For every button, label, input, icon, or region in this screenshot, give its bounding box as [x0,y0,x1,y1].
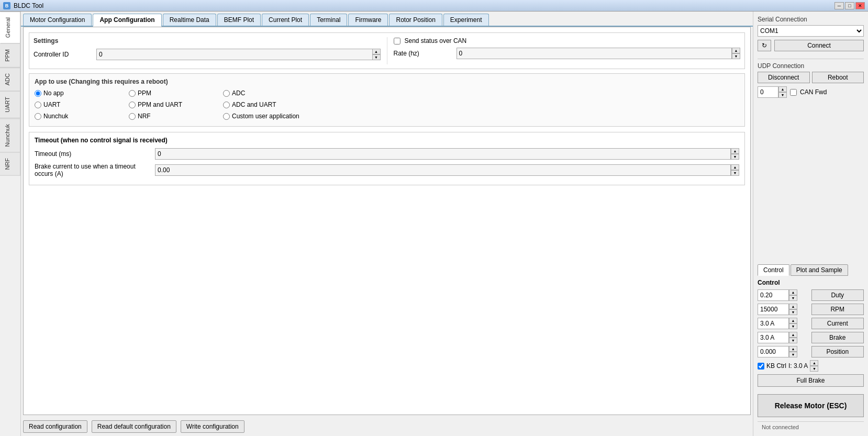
sidebar-item-adc[interactable]: ADC [0,68,20,91]
timeout-ms-down[interactable]: ▼ [731,154,739,160]
position-spinbox-btns[interactable]: ▲ ▼ [789,346,797,357]
tab-control[interactable]: Control [758,264,789,276]
controller-id-down[interactable]: ▼ [372,54,381,60]
rpm-spinbox[interactable]: ▲ ▼ [758,304,809,315]
radio-ppm-input[interactable] [129,90,136,97]
write-config-button[interactable]: Write configuration [181,420,244,433]
brake-current-spinbox-btns[interactable]: ▲ ▼ [731,164,739,176]
rate-down[interactable]: ▼ [732,53,740,59]
tab-bemf-plot[interactable]: BEMF Plot [217,14,261,26]
rpm-button[interactable]: RPM [811,304,864,315]
position-down[interactable]: ▼ [789,352,797,357]
position-up[interactable]: ▲ [789,346,797,352]
refresh-button[interactable]: ↻ [758,40,771,51]
can-fwd-up[interactable]: ▲ [778,86,787,92]
current-button[interactable]: Current [811,318,864,329]
full-brake-button[interactable]: Full Brake [758,374,864,387]
duty-spinbox-btns[interactable]: ▲ ▼ [789,289,797,301]
timeout-ms-spinbox-btns[interactable]: ▲ ▼ [731,148,739,160]
close-button[interactable]: ✕ [855,2,865,9]
rpm-spinbox-btns[interactable]: ▲ ▼ [789,304,797,315]
tab-plot-sample[interactable]: Plot and Sample [791,264,848,276]
controller-id-input[interactable] [96,49,372,60]
read-default-config-button[interactable]: Read default configuration [92,420,176,433]
radio-nunchuk-input[interactable] [35,113,41,120]
current-input[interactable] [758,318,789,329]
position-input[interactable] [758,346,789,357]
brake-current-down[interactable]: ▼ [731,170,739,176]
tab-firmware[interactable]: Firmware [348,14,388,26]
radio-nrf-input[interactable] [129,113,136,120]
sidebar-item-ppm[interactable]: PPM [0,43,20,68]
tab-motor-configuration[interactable]: Motor Configuration [23,14,92,26]
radio-no-app-input[interactable] [35,90,41,97]
radio-adc-input[interactable] [223,90,230,97]
timeout-ms-input[interactable] [155,148,731,160]
rpm-up[interactable]: ▲ [789,304,797,309]
send-status-can-checkbox[interactable] [394,38,400,44]
timeout-ms-spinbox[interactable]: ▲ ▼ [155,148,739,160]
sidebar-item-uart[interactable]: UART [0,91,20,118]
brake-spinbox[interactable]: ▲ ▼ [758,332,809,343]
connect-button[interactable]: Connect [774,40,864,51]
i-down[interactable]: ▼ [810,366,818,372]
radio-ppm-uart-input[interactable] [129,102,136,108]
brake-button[interactable]: Brake [811,332,864,343]
can-fwd-spinbox-btns[interactable]: ▲ ▼ [778,86,787,98]
duty-spinbox[interactable]: ▲ ▼ [758,289,809,301]
minimize-button[interactable]: ─ [834,2,844,9]
brake-current-up[interactable]: ▲ [731,164,739,170]
current-down[interactable]: ▼ [789,323,797,329]
read-config-button[interactable]: Read configuration [23,420,87,433]
tab-experiment[interactable]: Experiment [443,14,489,26]
radio-custom-input[interactable] [223,113,230,120]
duty-up[interactable]: ▲ [789,289,797,295]
radio-uart-input[interactable] [35,102,41,108]
rate-spinbox-btns[interactable]: ▲ ▼ [732,48,740,59]
can-fwd-checkbox[interactable] [790,89,797,96]
brake-down[interactable]: ▼ [789,338,797,343]
position-spinbox[interactable]: ▲ ▼ [758,346,809,357]
sidebar-item-nunchuk[interactable]: Nunchuk [0,118,20,152]
position-button[interactable]: Position [811,346,864,357]
maximize-button[interactable]: □ [845,2,854,9]
tab-realtime-data[interactable]: Realtime Data [163,14,216,26]
controller-id-spinbox[interactable]: ▲ ▼ [96,49,381,60]
kb-ctrl-checkbox[interactable] [758,363,764,370]
can-fwd-input[interactable] [758,86,778,98]
rate-input[interactable] [457,48,732,59]
tab-current-plot[interactable]: Current Plot [262,14,309,26]
current-up[interactable]: ▲ [789,318,797,323]
brake-up[interactable]: ▲ [789,332,797,338]
brake-input[interactable] [758,332,789,343]
radio-adc-uart-input[interactable] [223,102,230,108]
rate-spinbox[interactable]: ▲ ▼ [457,48,741,59]
tab-app-configuration[interactable]: App Configuration [93,14,161,27]
can-fwd-down[interactable]: ▼ [778,92,787,98]
can-fwd-spinbox[interactable]: ▲ ▼ [758,86,787,98]
i-spinbox-btns[interactable]: ▲ ▼ [810,360,818,372]
title-bar-controls[interactable]: ─ □ ✕ [834,2,865,9]
duty-button[interactable]: Duty [811,289,864,301]
tab-rotor-position[interactable]: Rotor Position [389,14,442,26]
duty-input[interactable] [758,289,789,301]
sidebar-item-general[interactable]: General [0,12,20,43]
rpm-down[interactable]: ▼ [789,309,797,315]
rate-up[interactable]: ▲ [732,48,740,53]
duty-down[interactable]: ▼ [789,295,797,301]
tab-terminal[interactable]: Terminal [310,14,347,26]
disconnect-button[interactable]: Disconnect [758,72,810,83]
controller-id-spinbox-btns[interactable]: ▲ ▼ [372,49,381,60]
controller-id-up[interactable]: ▲ [372,49,381,54]
current-spinbox[interactable]: ▲ ▼ [758,318,809,329]
com-port-select[interactable]: COM1 [758,25,864,37]
release-motor-button[interactable]: Release Motor (ESC) [758,394,864,417]
rpm-input[interactable] [758,304,789,315]
brake-current-spinbox[interactable]: ▲ ▼ [155,164,739,176]
sidebar-item-nrf[interactable]: NRF [0,152,20,176]
reboot-button[interactable]: Reboot [812,72,864,83]
timeout-ms-up[interactable]: ▲ [731,148,739,154]
current-spinbox-btns[interactable]: ▲ ▼ [789,318,797,329]
brake-spinbox-btns[interactable]: ▲ ▼ [789,332,797,343]
i-up[interactable]: ▲ [810,360,818,366]
